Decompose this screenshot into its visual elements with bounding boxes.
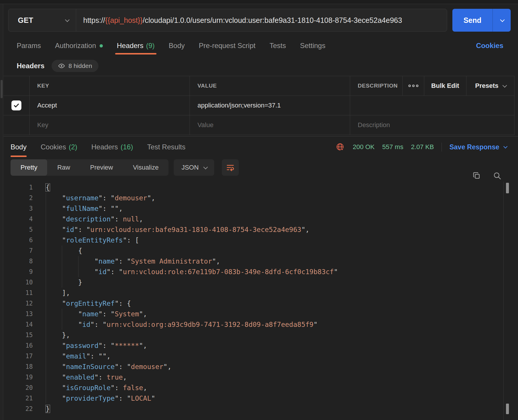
cookies-link[interactable]: Cookies	[476, 42, 503, 50]
code-line: 10 }	[4, 277, 518, 288]
wrap-lines-icon	[226, 163, 235, 172]
presets-dropdown[interactable]: Presets	[466, 76, 514, 95]
hidden-headers-label: 8 hidden	[69, 62, 92, 69]
wrap-lines-button[interactable]	[222, 159, 239, 176]
search-button[interactable]	[493, 171, 502, 180]
table-header-row: KEY VALUE DESCRIPTION Bulk Edit Presets	[4, 76, 514, 95]
column-key: KEY	[30, 76, 190, 95]
response-bar: Body Cookies(2) Headers(16) Test Results…	[4, 136, 518, 155]
view-switcher: Pretty Raw Preview Visualize	[11, 159, 168, 176]
window-top-strip	[0, 0, 518, 4]
url-bar: GET https://{{api_host}}/cloudapi/1.0.0/…	[8, 9, 447, 32]
code-line: 3 "fullName": "",	[4, 203, 518, 214]
url-path: /cloudapi/1.0.0/users/urn:vcloud:user:ba…	[143, 16, 402, 25]
line-number: 11	[4, 288, 33, 298]
chevron-down-icon	[65, 17, 70, 22]
chevron-down-icon	[203, 165, 208, 169]
line-number: 6	[4, 235, 33, 245]
line-number: 15	[4, 330, 33, 340]
response-size[interactable]: 2.07 KB	[411, 143, 434, 151]
request-tabs: Params Authorization Headers(9) Body Pre…	[4, 42, 518, 54]
key-cell[interactable]: Accept	[30, 96, 190, 115]
scrollbar-thumb[interactable]	[506, 404, 509, 414]
scrollbar-track[interactable]	[503, 182, 518, 420]
description-cell[interactable]	[350, 96, 514, 115]
tab-pre-request-script[interactable]: Pre-request Script	[199, 42, 255, 54]
method-label: GET	[18, 16, 33, 25]
code-line: 1{	[4, 182, 518, 193]
code-line: 19 "enabled": true,	[4, 372, 518, 383]
response-body-editor[interactable]: 1{2 "username": "demouser",3 "fullName":…	[4, 182, 518, 414]
select-all-cell	[4, 76, 30, 95]
send-options-button[interactable]	[493, 9, 511, 32]
left-pane-edge	[0, 4, 3, 420]
line-number: 4	[4, 214, 33, 224]
value-cell[interactable]: Value	[190, 115, 350, 135]
value-cell[interactable]: application/json;version=37.1	[190, 96, 350, 115]
view-visualize[interactable]: Visualize	[123, 159, 169, 176]
tab-settings[interactable]: Settings	[300, 42, 326, 54]
response-time[interactable]: 557 ms	[382, 143, 403, 151]
copy-icon	[472, 171, 481, 180]
search-icon	[493, 171, 502, 180]
tab-authorization[interactable]: Authorization	[55, 42, 103, 54]
code-line: 20 "isGroupRole": false,	[4, 383, 518, 393]
tab-headers[interactable]: Headers(9)	[117, 42, 155, 54]
response-toolbar: Pretty Raw Preview Visualize JSON	[4, 159, 518, 176]
view-pretty[interactable]: Pretty	[11, 159, 47, 176]
code-line: 15 },	[4, 330, 518, 340]
response-tab-test-results[interactable]: Test Results	[147, 139, 185, 155]
response-tab-body[interactable]: Body	[11, 139, 27, 155]
code-line: 7 {	[4, 245, 518, 256]
line-number: 9	[4, 267, 33, 277]
line-number: 12	[4, 298, 33, 309]
response-meta: 200 OK 557 ms 2.07 KB Save Response	[336, 142, 506, 152]
divider	[442, 143, 442, 151]
line-number: 1	[4, 182, 33, 193]
left-scrollbar-thumb[interactable]	[1, 80, 3, 98]
headers-title: Headers	[17, 62, 45, 70]
scrollbar-thumb[interactable]	[506, 183, 509, 193]
headers-summary: Headers 8 hidden	[17, 60, 518, 72]
code-line: 12 "orgEntityRef": {	[4, 298, 518, 309]
network-warning-icon[interactable]	[336, 142, 345, 152]
request-panel: GET https://{{api_host}}/cloudapi/1.0.0/…	[4, 9, 518, 414]
status-badge[interactable]: 200 OK	[353, 143, 375, 151]
tab-params[interactable]: Params	[17, 42, 41, 54]
code-line: 21 "providerType": "LOCAL"	[4, 393, 518, 404]
url-row: GET https://{{api_host}}/cloudapi/1.0.0/…	[8, 9, 511, 32]
method-selector[interactable]: GET	[8, 9, 76, 31]
language-selector[interactable]: JSON	[174, 159, 214, 176]
line-number: 22	[4, 404, 33, 414]
url-input[interactable]: https://{{api_host}}/cloudapi/1.0.0/user…	[76, 9, 447, 31]
header-row-accept: Accept application/json;version=37.1	[4, 95, 514, 115]
header-row-empty: Key Value Description	[4, 115, 514, 135]
line-number: 7	[4, 245, 33, 256]
copy-button[interactable]	[472, 171, 481, 180]
response-tab-headers[interactable]: Headers(16)	[91, 139, 133, 155]
view-raw[interactable]: Raw	[47, 159, 80, 176]
code-line: 16 "password": "******",	[4, 340, 518, 351]
line-number: 16	[4, 340, 33, 351]
code-line: 6 "roleEntityRefs": [	[4, 235, 518, 245]
chevron-down-icon	[502, 83, 507, 88]
code-line: 22}	[4, 404, 518, 414]
line-number: 8	[4, 256, 33, 267]
view-preview[interactable]: Preview	[80, 159, 123, 176]
tab-body[interactable]: Body	[169, 42, 185, 54]
tab-tests[interactable]: Tests	[270, 42, 286, 54]
more-options-button[interactable]	[403, 76, 424, 95]
send-button[interactable]: Send	[452, 9, 493, 32]
bulk-edit-button[interactable]: Bulk Edit	[424, 76, 466, 95]
row-checkbox-cell	[4, 96, 30, 115]
code-line: 14 "id": "urn:vcloud:org:a93c9db9-7471-3…	[4, 319, 518, 330]
line-number: 5	[4, 224, 33, 235]
hidden-headers-toggle[interactable]: 8 hidden	[52, 60, 99, 72]
line-number: 19	[4, 372, 33, 383]
save-response-button[interactable]: Save Response	[449, 143, 506, 151]
description-cell[interactable]: Description	[350, 115, 514, 135]
row-checkbox[interactable]	[11, 100, 21, 110]
response-tab-cookies[interactable]: Cookies(2)	[41, 139, 77, 155]
code-line: 4 "description": null,	[4, 214, 518, 224]
key-cell[interactable]: Key	[30, 115, 190, 135]
